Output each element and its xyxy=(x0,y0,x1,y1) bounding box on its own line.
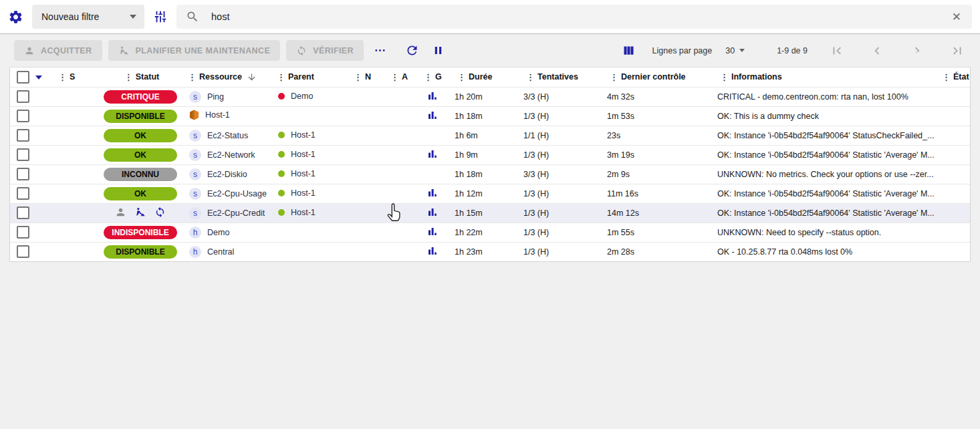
table-row[interactable]: CRITIQUEsPingDemo1h 20m3/3 (H)4m 32sCRIT… xyxy=(10,87,970,106)
column-drag-handle-icon[interactable]: ⋮ xyxy=(188,72,197,82)
last-page-button[interactable] xyxy=(945,43,969,58)
parent-name[interactable]: Demo xyxy=(291,92,313,101)
search-box[interactable]: ✕ xyxy=(176,5,972,29)
row-checkbox[interactable] xyxy=(17,245,29,258)
settings-gear-icon[interactable] xyxy=(8,9,23,25)
table-row[interactable]: OKsEc2-StatusHost-11h 6m1/1 (H)23sOK: In… xyxy=(10,126,970,145)
column-drag-handle-icon[interactable]: ⋮ xyxy=(354,72,362,82)
column-label[interactable]: S xyxy=(70,72,75,82)
table-row[interactable]: sEc2-Cpu-CreditHost-11h 15m1/3 (H)14m 12… xyxy=(10,203,970,223)
column-label[interactable]: Dernier contrôle xyxy=(621,72,686,82)
information-text: CRITICAL - demo.centreon.com: rta nan, l… xyxy=(712,87,939,106)
columns-settings-icon[interactable] xyxy=(618,43,639,57)
column-label[interactable]: Informations xyxy=(731,72,782,82)
column-header-ressource: ⋮Ressource xyxy=(185,67,274,87)
column-drag-handle-icon[interactable]: ⋮ xyxy=(720,72,729,82)
expand-rows-arrow-icon[interactable] xyxy=(35,76,42,80)
row-checkbox[interactable] xyxy=(17,187,29,200)
resource-name[interactable]: Demo xyxy=(207,228,229,237)
column-drag-handle-icon[interactable]: ⋮ xyxy=(610,72,618,82)
table-row[interactable]: DISPONIBLEHost-11h 18m1/3 (H)1m 53sOK: T… xyxy=(10,106,970,126)
row-checkbox[interactable] xyxy=(17,226,29,239)
last-check-value: 2m 28s xyxy=(602,242,712,261)
column-drag-handle-icon[interactable]: ⋮ xyxy=(942,72,951,82)
resource-name[interactable]: Central xyxy=(207,247,234,257)
column-label[interactable]: G xyxy=(435,72,442,82)
column-drag-handle-icon[interactable]: ⋮ xyxy=(526,72,535,82)
row-checkbox[interactable] xyxy=(17,206,29,219)
column-drag-handle-icon[interactable]: ⋮ xyxy=(124,72,133,82)
column-label[interactable]: N xyxy=(365,72,371,82)
column-label[interactable]: Tentatives xyxy=(537,72,578,82)
graph-icon[interactable] xyxy=(421,91,437,100)
graph-icon[interactable] xyxy=(421,110,437,120)
previous-page-button[interactable] xyxy=(865,43,889,58)
resource-name[interactable]: Ec2-Diskio xyxy=(207,170,247,179)
graph-icon[interactable] xyxy=(421,188,437,197)
duration-value: 1h 6m xyxy=(449,126,518,145)
column-label[interactable]: Parent xyxy=(288,72,314,82)
graph-icon[interactable] xyxy=(421,246,437,255)
column-drag-handle-icon[interactable]: ⋮ xyxy=(58,72,67,82)
table-row[interactable]: OKsEc2-NetworkHost-11h 9m1/3 (H)3m 19sOK… xyxy=(10,145,970,164)
graph-icon[interactable] xyxy=(421,149,437,158)
row-checkbox[interactable] xyxy=(17,148,29,161)
parent-name[interactable]: Host-1 xyxy=(291,150,316,159)
row-checkbox[interactable] xyxy=(17,129,29,142)
status-badge: OK xyxy=(104,148,177,162)
row-checkbox[interactable] xyxy=(17,90,29,103)
table-row[interactable]: INCONNUsEc2-DiskioHost-11h 18m3/3 (H)2m … xyxy=(10,164,970,184)
table-row[interactable]: INDISPONIBLEhDemo1h 22m1/3 (H)1m 55sUNKN… xyxy=(10,223,970,242)
first-page-button[interactable] xyxy=(825,43,849,58)
table-row[interactable]: DISPONIBLEhCentral1h 23m1/3 (H)2m 28sOK … xyxy=(10,242,970,261)
last-check-value: 3m 19s xyxy=(602,145,712,164)
column-drag-handle-icon[interactable]: ⋮ xyxy=(457,72,466,82)
rows-per-page-select[interactable]: 30 xyxy=(725,46,745,55)
parent-name[interactable]: Host-1 xyxy=(291,169,316,178)
column-drag-handle-icon[interactable]: ⋮ xyxy=(277,72,285,82)
column-label[interactable]: A xyxy=(402,72,408,82)
search-input[interactable] xyxy=(210,11,940,23)
pause-button[interactable] xyxy=(428,44,448,57)
row-checkbox[interactable] xyxy=(17,168,29,180)
column-drag-handle-icon[interactable]: ⋮ xyxy=(390,72,399,82)
resource-name[interactable]: Ec2-Network xyxy=(207,150,255,160)
graph-icon[interactable] xyxy=(421,227,437,236)
filter-select[interactable]: Nouveau filtre xyxy=(32,5,144,29)
resources-table: ⋮S⋮Statut⋮Ressource⋮Parent⋮N⋮A⋮G⋮Durée⋮T… xyxy=(9,67,971,262)
resource-name[interactable]: Host-1 xyxy=(205,110,230,120)
row-checkbox[interactable] xyxy=(17,110,29,122)
resource-name[interactable]: Ec2-Cpu-Credit xyxy=(207,208,265,218)
aws-host-icon xyxy=(189,110,199,120)
column-header-dernier: ⋮Dernier contrôle xyxy=(602,67,712,87)
graph-icon[interactable] xyxy=(421,207,437,217)
chevron-down-icon xyxy=(130,15,136,19)
sort-desc-icon[interactable] xyxy=(247,72,257,82)
table-row[interactable]: OKsEc2-Cpu-UsageHost-11h 12m1/3 (H)11m 1… xyxy=(10,184,970,203)
status-badge: OK xyxy=(104,187,177,200)
parent-name[interactable]: Host-1 xyxy=(291,208,316,217)
resource-name[interactable]: Ec2-Status xyxy=(207,131,248,140)
column-header-informations: ⋮Informations xyxy=(712,67,939,87)
column-label[interactable]: Statut xyxy=(136,72,159,82)
tries-value: 3/3 (H) xyxy=(518,87,602,106)
more-actions-button[interactable] xyxy=(370,43,390,57)
select-all-checkbox[interactable] xyxy=(17,71,29,84)
maintenance-button[interactable]: PLANIFIER UNE MAINTENANCE xyxy=(108,40,281,61)
check-button[interactable]: VÉRIFIER xyxy=(286,40,364,61)
resource-name[interactable]: Ec2-Cpu-Usage xyxy=(207,189,267,198)
parent-name[interactable]: Host-1 xyxy=(291,188,316,198)
column-label[interactable]: Durée xyxy=(469,72,492,82)
tune-filter-icon[interactable] xyxy=(153,9,168,24)
refresh-button[interactable] xyxy=(402,43,422,57)
resource-name[interactable]: Ping xyxy=(207,92,224,102)
parent-status-dot xyxy=(278,209,285,216)
column-drag-handle-icon[interactable]: ⋮ xyxy=(424,72,433,82)
resource-type-badge-s: s xyxy=(189,149,201,161)
column-label[interactable]: Ressource xyxy=(199,72,242,82)
next-page-button[interactable] xyxy=(905,43,929,58)
column-label[interactable]: État xyxy=(953,72,969,82)
parent-name[interactable]: Host-1 xyxy=(291,130,316,140)
acknowledge-button[interactable]: ACQUITTER xyxy=(14,40,102,61)
clear-search-icon[interactable]: ✕ xyxy=(951,10,963,24)
